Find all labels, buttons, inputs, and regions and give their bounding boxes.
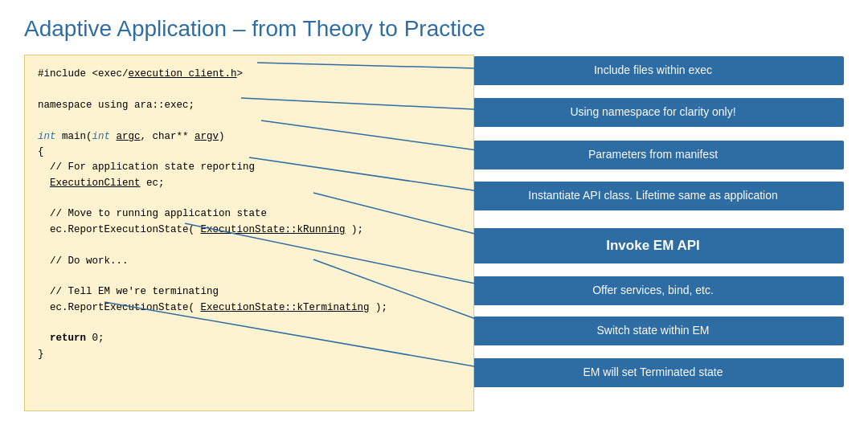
code-line-8: ExecutionClient ec; (38, 176, 461, 191)
code-line-13: // Do work... (38, 254, 461, 269)
code-line-14 (38, 269, 461, 284)
code-line-4 (38, 113, 461, 129)
annotation-3: Parameters from manifest (462, 141, 844, 169)
annotation-2: Using namespace for clarity only! (462, 98, 844, 127)
code-line-9 (38, 191, 461, 206)
code-line-2 (38, 82, 461, 97)
annotation-7: Switch state within EM (462, 317, 844, 345)
code-line-18: return 0; (38, 331, 461, 346)
slide-title: Adaptive Application – from Theory to Pr… (24, 16, 844, 42)
code-box: #include <exec/execution_client.h> names… (24, 55, 474, 411)
annotations-panel: Include files within exec Using namespac… (458, 55, 844, 411)
code-line-3: namespace using ara::exec; (38, 98, 461, 113)
code-line-6: { (38, 145, 461, 160)
content-area: #include <exec/execution_client.h> names… (24, 55, 844, 411)
code-line-17 (38, 316, 461, 331)
code-line-12 (38, 238, 461, 253)
code-line-10: // Move to running application state (38, 206, 461, 222)
code-line-19: } (38, 347, 461, 362)
slide: Adaptive Application – from Theory to Pr… (0, 0, 868, 437)
annotation-1: Include files within exec (462, 56, 844, 85)
code-line-16: ec.ReportExecutionState( ExecutionState:… (38, 300, 461, 316)
annotation-5: Invoke EM API (462, 228, 844, 263)
annotation-8: EM will set Terminated state (462, 358, 844, 387)
code-line-5: int main(int argc, char** argv) (38, 129, 461, 145)
annotation-6: Offer services, bind, etc. (462, 276, 844, 305)
code-line-1: #include <exec/execution_client.h> (38, 67, 461, 82)
annotation-4: Instantiate API class. Lifetime same as … (462, 182, 844, 210)
code-line-11: ec.ReportExecutionState( ExecutionState:… (38, 223, 461, 238)
code-line-15: // Tell EM we're terminating (38, 284, 461, 300)
code-line-7: // For application state reporting (38, 160, 461, 175)
